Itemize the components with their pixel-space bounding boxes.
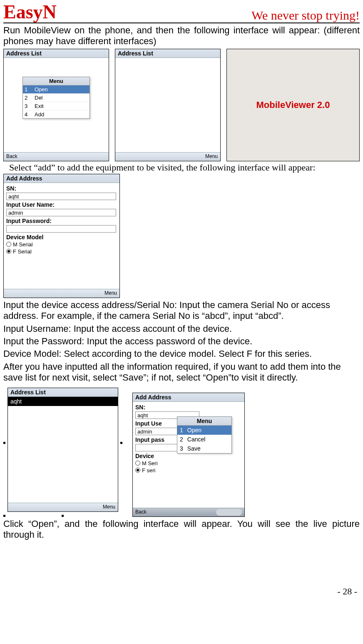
softkey-back[interactable]: Back bbox=[4, 153, 20, 161]
instruction-line-5: After you have inputted all the informat… bbox=[3, 361, 360, 383]
device-model-label: Device Model bbox=[6, 234, 117, 241]
menu-label: Save bbox=[187, 445, 201, 452]
screenshot-row-1: Address List Menu 1 Open 2 Del 3 Exit bbox=[3, 49, 360, 161]
window-title: Add Address bbox=[4, 174, 119, 183]
anchor-dot bbox=[3, 515, 5, 517]
screenshot-add-address-form: Add Address SN: aqht Input User Name: ad… bbox=[3, 174, 120, 298]
intro-paragraph: Run MobileView on the phone, and then th… bbox=[3, 25, 360, 47]
softkey-bar: Menu bbox=[115, 152, 220, 161]
password-input[interactable] bbox=[6, 225, 116, 233]
menu-label: Add bbox=[35, 111, 44, 118]
menu-item-open[interactable]: 1 Open bbox=[177, 426, 231, 435]
anchor-dot bbox=[120, 442, 122, 444]
softkey-left[interactable] bbox=[115, 153, 120, 161]
page-number: - 28 - bbox=[3, 586, 360, 597]
context-menu: Menu 1 Open 2 Cancel 3 Save bbox=[177, 416, 232, 454]
menu-index: 3 bbox=[180, 445, 183, 452]
context-menu-title: Menu bbox=[23, 77, 90, 85]
softkey-menu[interactable]: Menu bbox=[102, 289, 119, 298]
context-menu-title: Menu bbox=[177, 417, 231, 426]
menu-label: Del bbox=[35, 95, 43, 101]
username-label: Input User Name: bbox=[6, 201, 117, 208]
softkey-bar: Menu bbox=[4, 289, 119, 298]
softkey-bar: Back bbox=[133, 508, 244, 516]
menu-label: Cancel bbox=[187, 436, 206, 443]
softkey-left[interactable] bbox=[8, 503, 13, 511]
menu-index: 1 bbox=[180, 427, 183, 434]
anchor-dot bbox=[62, 515, 64, 517]
menu-item-save[interactable]: 3 Save bbox=[177, 444, 231, 453]
radio-m-serial[interactable]: M Seri bbox=[135, 460, 242, 466]
radio-label: M Serial bbox=[13, 241, 33, 248]
username-input[interactable]: admin bbox=[135, 428, 178, 435]
splash-title: MobileViewer 2.0 bbox=[256, 100, 330, 110]
radio-icon bbox=[135, 468, 140, 473]
softkey-menu[interactable]: Menu bbox=[203, 153, 220, 161]
screenshot-add-address-menu: Add Address SN: aqht Input Use admin Inp… bbox=[132, 393, 245, 517]
radio-f-serial[interactable]: F Serial bbox=[6, 248, 117, 255]
softkey-back[interactable]: Back bbox=[133, 508, 149, 516]
window-title: Add Address bbox=[133, 393, 244, 402]
window-title: Address List bbox=[115, 49, 220, 58]
radio-icon bbox=[6, 242, 11, 247]
radio-label: F seri bbox=[142, 467, 156, 474]
open-instruction: Click “Open”, and the following interfac… bbox=[3, 519, 360, 541]
softkey-right[interactable] bbox=[216, 509, 242, 516]
window-title: Address List bbox=[8, 388, 118, 397]
menu-index: 3 bbox=[25, 103, 31, 109]
menu-index: 4 bbox=[25, 111, 31, 118]
menu-label: Open bbox=[187, 427, 201, 434]
softkey-bar: Menu bbox=[8, 503, 118, 511]
screenshot-address-list-selected: Address List aqht Menu bbox=[7, 388, 118, 512]
radio-icon bbox=[6, 249, 11, 254]
screenshot-address-list-empty: Address List Menu bbox=[115, 49, 221, 161]
radio-label: M Seri bbox=[142, 460, 158, 466]
screenshot-wrapper: Address List aqht Menu bbox=[3, 388, 122, 517]
screenshot-splash: MobileViewer 2.0 bbox=[226, 49, 360, 161]
menu-item-del[interactable]: 2 Del bbox=[23, 94, 90, 102]
sn-label: SN: bbox=[6, 185, 117, 192]
sn-label: SN: bbox=[135, 404, 242, 411]
menu-item-open[interactable]: 1 Open bbox=[23, 85, 90, 94]
device-model-label-short: Device bbox=[135, 453, 242, 459]
password-label: Input Password: bbox=[6, 218, 117, 224]
anchor-dot bbox=[3, 442, 5, 444]
sn-input[interactable]: aqht bbox=[6, 193, 116, 200]
screenshot-row-2: Address List aqht Menu Add Address SN: a bbox=[3, 388, 360, 517]
page-header: EasyN We never stop trying! bbox=[3, 3, 360, 23]
softkey-menu[interactable]: Menu bbox=[100, 503, 118, 511]
softkey-left[interactable] bbox=[4, 289, 9, 298]
menu-index: 2 bbox=[180, 436, 183, 443]
menu-index: 1 bbox=[25, 86, 31, 93]
list-item-selected[interactable]: aqht bbox=[8, 397, 118, 406]
radio-icon bbox=[135, 461, 140, 466]
instruction-line-2: Input Username: Input the access account… bbox=[3, 323, 360, 334]
menu-item-exit[interactable]: 3 Exit bbox=[23, 102, 90, 110]
radio-label: F Serial bbox=[13, 248, 32, 255]
username-input[interactable]: admin bbox=[6, 209, 116, 216]
instruction-line-1: Input the device access address/Serial N… bbox=[3, 300, 360, 322]
menu-label: Open bbox=[35, 86, 48, 93]
radio-f-serial[interactable]: F seri bbox=[135, 467, 242, 474]
window-title: Address List bbox=[4, 49, 109, 58]
instruction-line-3: Input the Password: Input the access pas… bbox=[3, 336, 360, 347]
context-menu: Menu 1 Open 2 Del 3 Exit 4 bbox=[22, 77, 90, 119]
instruction-line-4: Device Model: Select according to the de… bbox=[3, 348, 360, 359]
select-add-instruction: Select “add” to add the equipment to be … bbox=[9, 162, 360, 173]
brand-logo: EasyN bbox=[3, 3, 57, 22]
screenshot-address-list-menu: Address List Menu 1 Open 2 Del 3 Exit bbox=[3, 49, 109, 161]
menu-item-add[interactable]: 4 Add bbox=[23, 110, 90, 118]
radio-m-serial[interactable]: M Serial bbox=[6, 241, 117, 248]
softkey-right[interactable] bbox=[104, 153, 109, 161]
menu-label: Exit bbox=[35, 103, 44, 109]
softkey-bar: Back bbox=[4, 152, 109, 161]
password-input[interactable] bbox=[135, 444, 178, 451]
menu-item-cancel[interactable]: 2 Cancel bbox=[177, 435, 231, 444]
menu-index: 2 bbox=[25, 95, 31, 101]
brand-slogan: We never stop trying! bbox=[251, 9, 360, 22]
